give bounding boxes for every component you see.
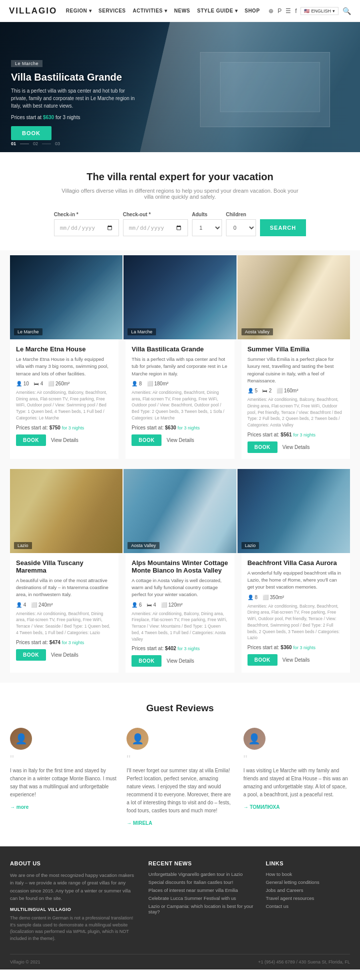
nav-region[interactable]: REGION ▾ [66,8,92,14]
nav-services[interactable]: SERVICES [98,8,126,14]
hero-description: This is a perfect villa with spa center … [11,87,141,110]
villa-3-amenities: Amenities: Air conditioning, Balcony, Be… [248,396,344,428]
villa-2-price: Prices start at: $630 for 3 nights [132,425,228,430]
reviews-section: Guest Reviews 👤 " I was in Italy for the… [0,683,360,846]
villa-2-title: Villa Bastilicata Grande [132,345,228,353]
indicator-1[interactable]: 01 [11,141,16,146]
hero-price-text: Prices start at $630 for 3 nights [11,115,141,120]
villa-6-region-tag: Lazio [242,542,260,549]
review-3-author[interactable]: → ТОМИЛЮХА [244,804,280,810]
villa-2-area: ⬜ 180m² [147,381,168,386]
footer-news-4[interactable]: Celebrate Lucca Summer Festival with us [148,895,254,901]
review-2: 👤 " I'll never forget our summer stay at… [126,728,233,826]
villa-3-stats: 👤 5 🛏 2 ⬜ 160m² [248,388,344,393]
villa-6-book-btn[interactable]: BOOK [248,654,278,666]
villa-6-details-link[interactable]: View Details [282,657,310,663]
multilingual-label: MULTILINGUAL VILLAGIO [10,907,136,912]
villa-4-area: ⬜ 240m² [31,602,52,608]
checkin-label: Check-in * [54,212,78,217]
search-icon[interactable]: 🔍 [342,7,351,15]
search-button[interactable]: SEARCH [260,219,306,236]
footer-news-title: RECENT NEWS [148,860,254,866]
review-1-text: I was in Italy for the first time and st… [10,767,116,799]
villa-3-price: Prices start at: $561 for 3 nights [248,432,344,437]
adults-group: Adults 12345 [192,212,222,236]
footer-news-3[interactable]: Places of interest near summer villa Emi… [148,887,254,893]
footer-cols: ABOUT US We are one of the most recogniz… [10,860,350,942]
review-3: 👤 " I was visiting Le Marche with my fam… [244,728,350,826]
villa-2-details-link[interactable]: View Details [166,437,194,443]
hero-region-badge: Le Marche [11,60,42,67]
reviews-title: Guest Reviews [10,703,350,714]
indicator-3[interactable]: 03 [55,141,60,146]
checkout-label: Check-out * [123,212,151,217]
footer-link-3[interactable]: Jobs and Careers [266,887,350,893]
villa-1-beds: 🛏 4 [34,381,43,386]
review-3-avatar: 👤 [244,728,266,750]
villa-image-3: Aosta Valley [238,255,350,339]
villa-5-details-link[interactable]: View Details [166,658,194,664]
villa-3-beds: 🛏 2 [262,388,272,393]
review-1-author[interactable]: → more [10,804,28,810]
villas-section: Le Marche La Marche Aosta Valley Le Marc… [0,250,360,683]
footer-news-col: RECENT NEWS Unforgettable Vignarello gar… [148,860,254,942]
social-icon-4[interactable]: f [295,8,296,15]
villa-5-stats: 👤 6 🛏 4 ⬜ 120m² [132,602,228,608]
children-group: Children 0123 [226,212,256,236]
adults-select[interactable]: 12345 [192,219,222,236]
villa-1-desc: Le Marche Etna House is a fully equipped… [16,356,112,377]
villa-1-area: ⬜ 260m² [48,381,70,386]
hero-book-button[interactable]: BOOK [11,126,52,140]
villa-2-book-btn[interactable]: BOOK [132,434,162,446]
villa-image-2: La Marche [124,255,236,339]
villa-3-details-link[interactable]: View Details [282,444,310,450]
villa-4-details-link[interactable]: View Details [51,652,78,658]
footer-link-2[interactable]: General letting conditions [266,879,350,885]
footer-news-1[interactable]: Unforgettable Vignarello garden tour in … [148,871,254,877]
footer-link-5[interactable]: Contact us [266,903,350,909]
villa-1-stats: 👤 10 🛏 4 ⬜ 260m² [16,381,112,386]
villa-card-1: Le Marche Etna House Le Marche Etna Hous… [10,339,118,459]
search-form: Check-in * Check-out * Adults 12345 Chil… [10,212,350,236]
indicator-2[interactable]: 02 [33,141,38,146]
footer-link-4[interactable]: Travel agent resources [266,895,350,901]
villa-cards-row-2: Seaside Villa Tuscany Maremma A beautifu… [10,553,350,673]
villa-1-details-link[interactable]: View Details [51,437,78,443]
social-icon-1[interactable]: ⊕ [268,8,274,15]
footer-about-title: ABOUT US [10,860,136,866]
villa-6-amenities: Amenities: Air conditioning, Balcony, Be… [248,603,344,642]
villa-1-book-btn[interactable]: BOOK [16,434,46,446]
villa-3-book-btn[interactable]: BOOK [248,441,278,453]
villa-5-region-tag: Aosta Valley [128,542,159,549]
villa-image-1: Le Marche [10,255,122,339]
villa-5-actions: BOOK View Details [132,655,228,667]
children-select[interactable]: 0123 [226,219,256,236]
hero-title: Villa Bastilicata Grande [11,71,141,83]
villa-6-price: Prices start at: $360 for 3 nights [248,645,344,650]
footer-link-1[interactable]: How to book [266,871,350,877]
logo[interactable]: VILLAGIO [9,6,57,16]
villa-1-actions: BOOK View Details [16,434,112,446]
social-icon-2[interactable]: P [278,8,282,15]
nav-shop[interactable]: SHOP [244,8,260,14]
villa-6-area: ⬜ 350m² [262,595,284,600]
social-icon-3[interactable]: ☰ [286,8,291,15]
review-2-author[interactable]: → MIRELA [126,820,152,826]
nav-news[interactable]: NEWS [174,8,190,14]
checkin-input[interactable] [54,219,119,236]
footer-address: +1 (954) 456 6789 / 430 Suena St, Florid… [258,959,350,964]
villa-5-amenities: Amenities: Air conditioning, Balcony, Di… [132,611,228,643]
nav-activities[interactable]: ACTIVITIES ▾ [132,8,167,14]
multilingual-text: The demo content in German is not a prof… [10,915,136,942]
villa-4-price: Prices start at: $474 for 3 nights [16,640,112,645]
villa-4-book-btn[interactable]: BOOK [16,649,46,661]
footer-news-2[interactable]: Special discounts for Italian castles to… [148,879,254,885]
villa-4-guests: 👤 4 [16,602,26,608]
footer-news-5[interactable]: Lazio or Campania: which location is bes… [148,903,254,914]
checkout-input[interactable] [123,219,188,236]
villa-5-book-btn[interactable]: BOOK [132,655,162,667]
villa-6-stats: 👤 8 ⬜ 350m² [248,595,344,600]
nav-style-guide[interactable]: STYLE GUIDE ▾ [197,8,238,14]
lang-selector[interactable]: 🇺🇸 ENGLISH ▾ [300,7,338,15]
search-section: The villa rental expert for your vacatio… [0,152,360,250]
